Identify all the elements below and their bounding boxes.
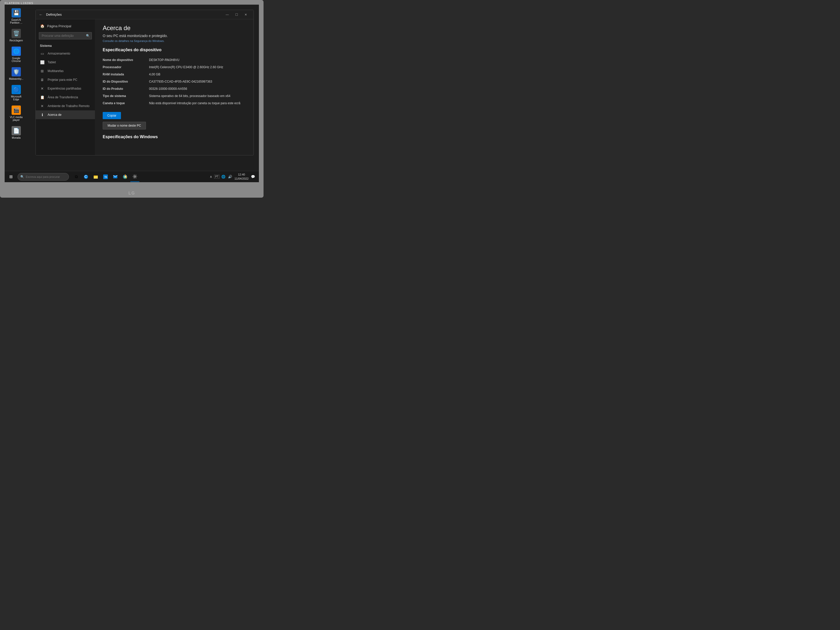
taskbar-app-explorer[interactable]	[91, 172, 100, 182]
start-button[interactable]: ⊞	[6, 172, 16, 182]
spec-row: RAM instalada 4,00 GB	[103, 71, 246, 78]
desktop-icon-malwarebytes[interactable]: 🛡️ Malwareby...	[7, 66, 25, 81]
sidebar-item-remoto[interactable]: ✕ Ambiente de Trabalho Remoto	[36, 102, 95, 111]
desktop-icon-vlc[interactable]: 🎬 VLC media player	[7, 104, 25, 123]
desktop-icon-edge[interactable]: 🔵 Microsoft Edge	[7, 84, 25, 102]
screen: 💾 EaseUS Partition ... 🗑️ Reciclagem 🌐 G…	[5, 5, 259, 182]
spec-row: Nome do dispositivo DESKTOP-RMJH8VU	[103, 56, 246, 63]
volume-icon[interactable]: 🔊	[227, 174, 233, 179]
spec-row: ID do Dispositivo CA377935-CCAD-4F05-AE9…	[103, 78, 246, 85]
morada-icon: 📄	[11, 126, 21, 135]
taskbar-app-settings[interactable]	[130, 172, 139, 182]
windows-specs-title: Especificações do Windows	[103, 134, 246, 139]
taskbar-app-chrome[interactable]	[120, 172, 130, 182]
spec-value: Sistema operativo de 64 bits, processado…	[149, 92, 246, 99]
spec-label: Caneta e toque	[103, 99, 149, 107]
spec-row: Caneta e toque Não está disponível intro…	[103, 99, 246, 107]
project-icon: 🖥	[40, 78, 44, 82]
spec-value: 4,00 GB	[149, 71, 246, 78]
recycle-label: Reciclagem	[9, 39, 23, 42]
vlc-icon: 🎬	[11, 106, 21, 115]
taskbar-search-input[interactable]	[26, 175, 66, 178]
window-titlebar: ← Definições — ☐ ✕	[36, 10, 254, 19]
spec-label: Tipo de sistema	[103, 92, 149, 99]
taskbar-app-taskview[interactable]: ⧉	[71, 172, 81, 182]
window-title: Definições	[46, 13, 223, 16]
security-link[interactable]: Consulte os detalhes na Segurança do Win…	[103, 39, 246, 43]
sidebar-item-label: Acerca de	[47, 113, 62, 117]
clock-date: 11/04/2022	[234, 177, 249, 181]
back-button[interactable]: ←	[39, 13, 43, 17]
edge-icon: 🔵	[11, 85, 21, 94]
edge-label: Microsoft Edge	[8, 95, 24, 101]
taskbar: ⊞ 🔍 ⧉ 🛍	[5, 171, 259, 182]
sidebar-item-multitarefas[interactable]: ⊞ Multitarefas	[36, 67, 95, 76]
spec-value: Não está disponível introdução por canet…	[149, 99, 246, 107]
maximize-button[interactable]: ☐	[232, 10, 241, 19]
sidebar-item-label: Multitarefas	[47, 69, 63, 73]
rename-button[interactable]: Mudar o nome deste PC	[103, 122, 146, 129]
page-title: Acerca de	[103, 24, 246, 32]
desktop-icon-chrome[interactable]: 🌐 Google Chrome	[7, 46, 25, 63]
sidebar-item-label: Área de Transferência	[47, 95, 78, 99]
spec-value: CA377935-CCAD-4F05-AE9C-042165997363	[149, 78, 246, 85]
malwarebytes-icon: 🛡️	[11, 67, 21, 76]
sidebar-item-label: Armazenamento	[47, 52, 70, 55]
language-icon[interactable]: PT	[214, 175, 219, 178]
sidebar-item-tablet[interactable]: ⬜ Tablet	[36, 58, 95, 67]
tablet-icon: ⬜	[40, 60, 44, 64]
svg-point-9	[134, 176, 136, 177]
chrome-icon: 🌐	[11, 47, 21, 56]
network-icon[interactable]: 🌐	[221, 174, 226, 179]
spec-row: Tipo de sistema Sistema operativo de 64 …	[103, 92, 246, 99]
sidebar-item-transferencia[interactable]: 📋 Área de Transferência	[36, 93, 95, 102]
sidebar-item-projetar[interactable]: 🖥 Projetar para este PC	[36, 76, 95, 84]
spec-label: Nome do dispositivo	[103, 56, 149, 63]
settings-window: ← Definições — ☐ ✕ 🏠 Página Principal	[36, 10, 254, 155]
chrome-label: Google Chrome	[8, 57, 24, 63]
spec-label: ID do Dispositivo	[103, 78, 149, 85]
clipboard-icon: 📋	[40, 95, 44, 99]
desktop-icon-morada[interactable]: 📄 Morada	[7, 125, 25, 140]
specs-table: Nome do dispositivo DESKTOP-RMJH8VU Proc…	[103, 56, 246, 107]
multitask-icon: ⊞	[40, 69, 44, 73]
taskbar-clock[interactable]: 12:40 11/04/2022	[234, 173, 249, 181]
copy-button[interactable]: Copiar	[103, 112, 121, 119]
recycle-icon: 🗑️	[11, 29, 21, 38]
spec-label: RAM instalada	[103, 71, 149, 78]
sidebar-item-experiencias[interactable]: ✕ Experiências partilhadas	[36, 84, 95, 93]
taskbar-app-mail[interactable]	[111, 172, 120, 182]
search-icon: 🔍	[86, 34, 90, 38]
minimize-button[interactable]: —	[223, 10, 232, 19]
desktop-icon-easeus[interactable]: 💾 EaseUS Partition ...	[7, 7, 25, 25]
malwarebytes-label: Malwareby...	[9, 77, 24, 80]
settings-sidebar: 🏠 Página Principal 🔍 Sistema ▭ Armazenam…	[36, 19, 95, 155]
sidebar-section-title: Sistema	[36, 41, 95, 49]
remote-icon: ✕	[40, 104, 44, 108]
notification-icon[interactable]: 💬	[250, 174, 256, 179]
chevron-up-icon[interactable]: ∧	[209, 174, 213, 179]
taskbar-app-edge[interactable]	[81, 172, 91, 182]
taskbar-search-container: 🔍	[17, 173, 69, 181]
monitor-bezel: FLATRON L192WS 💾 EaseUS Partition ... 🗑️…	[0, 0, 264, 197]
spec-row: Processador Intel(R) Celeron(R) CPU E340…	[103, 63, 246, 71]
window-body: 🏠 Página Principal 🔍 Sistema ▭ Armazenam…	[36, 19, 254, 155]
easeus-icon: 💾	[11, 8, 21, 17]
monitor-brand: FLATRON L192WS	[5, 2, 33, 5]
sidebar-item-armazenamento[interactable]: ▭ Armazenamento	[36, 49, 95, 58]
spec-value: Intel(R) Celeron(R) CPU E3400 @ 2.60GHz …	[149, 63, 246, 71]
vlc-label: VLC media player	[8, 116, 24, 122]
svg-rect-2	[94, 176, 98, 178]
clock-time: 12:40	[234, 173, 249, 177]
sidebar-item-acerca[interactable]: ℹ Acerca de	[36, 111, 95, 119]
sidebar-item-label: Ambiente de Trabalho Remoto	[47, 104, 90, 108]
spec-label: ID do Produto	[103, 85, 149, 92]
svg-rect-3	[94, 175, 95, 176]
close-button[interactable]: ✕	[241, 10, 250, 19]
spec-label: Processador	[103, 63, 149, 71]
sidebar-search-input[interactable]	[39, 32, 92, 39]
sidebar-home[interactable]: 🏠 Página Principal	[36, 22, 95, 30]
taskbar-app-store[interactable]: 🛍	[101, 172, 110, 182]
desktop-icon-recycle[interactable]: 🗑️ Reciclagem	[7, 28, 25, 43]
monitor-logo: LG	[128, 191, 135, 196]
